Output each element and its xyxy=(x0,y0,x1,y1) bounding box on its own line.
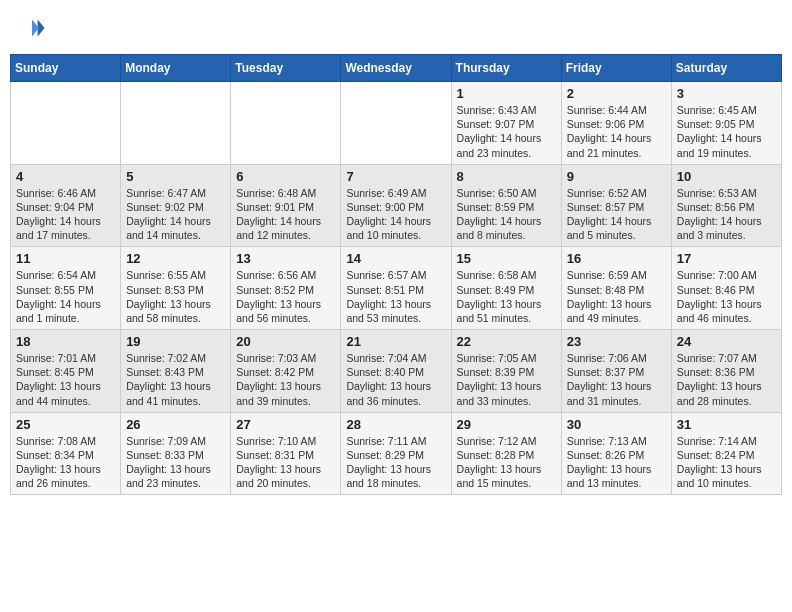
page-header xyxy=(10,10,782,46)
day-number: 25 xyxy=(16,417,115,432)
day-number: 28 xyxy=(346,417,445,432)
day-number: 18 xyxy=(16,334,115,349)
calendar-cell: 12Sunrise: 6:55 AM Sunset: 8:53 PM Dayli… xyxy=(121,247,231,330)
header-day: Sunday xyxy=(11,55,121,82)
calendar-cell: 18Sunrise: 7:01 AM Sunset: 8:45 PM Dayli… xyxy=(11,330,121,413)
day-number: 2 xyxy=(567,86,666,101)
cell-content: Sunrise: 6:50 AM Sunset: 8:59 PM Dayligh… xyxy=(457,186,556,243)
cell-content: Sunrise: 6:58 AM Sunset: 8:49 PM Dayligh… xyxy=(457,268,556,325)
day-number: 26 xyxy=(126,417,225,432)
calendar-cell: 20Sunrise: 7:03 AM Sunset: 8:42 PM Dayli… xyxy=(231,330,341,413)
day-number: 12 xyxy=(126,251,225,266)
logo xyxy=(18,14,48,42)
cell-content: Sunrise: 7:04 AM Sunset: 8:40 PM Dayligh… xyxy=(346,351,445,408)
calendar-cell: 27Sunrise: 7:10 AM Sunset: 8:31 PM Dayli… xyxy=(231,412,341,495)
cell-content: Sunrise: 6:55 AM Sunset: 8:53 PM Dayligh… xyxy=(126,268,225,325)
day-number: 9 xyxy=(567,169,666,184)
calendar-cell: 23Sunrise: 7:06 AM Sunset: 8:37 PM Dayli… xyxy=(561,330,671,413)
calendar-cell xyxy=(11,82,121,165)
header-day: Thursday xyxy=(451,55,561,82)
calendar-cell: 10Sunrise: 6:53 AM Sunset: 8:56 PM Dayli… xyxy=(671,164,781,247)
cell-content: Sunrise: 7:14 AM Sunset: 8:24 PM Dayligh… xyxy=(677,434,776,491)
cell-content: Sunrise: 6:53 AM Sunset: 8:56 PM Dayligh… xyxy=(677,186,776,243)
cell-content: Sunrise: 6:57 AM Sunset: 8:51 PM Dayligh… xyxy=(346,268,445,325)
day-number: 22 xyxy=(457,334,556,349)
calendar-cell: 2Sunrise: 6:44 AM Sunset: 9:06 PM Daylig… xyxy=(561,82,671,165)
cell-content: Sunrise: 6:46 AM Sunset: 9:04 PM Dayligh… xyxy=(16,186,115,243)
calendar-cell: 29Sunrise: 7:12 AM Sunset: 8:28 PM Dayli… xyxy=(451,412,561,495)
day-number: 30 xyxy=(567,417,666,432)
calendar-cell: 24Sunrise: 7:07 AM Sunset: 8:36 PM Dayli… xyxy=(671,330,781,413)
cell-content: Sunrise: 6:44 AM Sunset: 9:06 PM Dayligh… xyxy=(567,103,666,160)
cell-content: Sunrise: 6:49 AM Sunset: 9:00 PM Dayligh… xyxy=(346,186,445,243)
calendar-cell xyxy=(231,82,341,165)
calendar-cell: 17Sunrise: 7:00 AM Sunset: 8:46 PM Dayli… xyxy=(671,247,781,330)
cell-content: Sunrise: 6:47 AM Sunset: 9:02 PM Dayligh… xyxy=(126,186,225,243)
cell-content: Sunrise: 7:01 AM Sunset: 8:45 PM Dayligh… xyxy=(16,351,115,408)
cell-content: Sunrise: 7:07 AM Sunset: 8:36 PM Dayligh… xyxy=(677,351,776,408)
day-number: 7 xyxy=(346,169,445,184)
cell-content: Sunrise: 6:48 AM Sunset: 9:01 PM Dayligh… xyxy=(236,186,335,243)
calendar-cell: 16Sunrise: 6:59 AM Sunset: 8:48 PM Dayli… xyxy=(561,247,671,330)
calendar-week-row: 11Sunrise: 6:54 AM Sunset: 8:55 PM Dayli… xyxy=(11,247,782,330)
day-number: 19 xyxy=(126,334,225,349)
calendar-cell: 9Sunrise: 6:52 AM Sunset: 8:57 PM Daylig… xyxy=(561,164,671,247)
day-number: 17 xyxy=(677,251,776,266)
calendar-cell: 6Sunrise: 6:48 AM Sunset: 9:01 PM Daylig… xyxy=(231,164,341,247)
day-number: 20 xyxy=(236,334,335,349)
calendar-week-row: 18Sunrise: 7:01 AM Sunset: 8:45 PM Dayli… xyxy=(11,330,782,413)
day-number: 11 xyxy=(16,251,115,266)
cell-content: Sunrise: 7:10 AM Sunset: 8:31 PM Dayligh… xyxy=(236,434,335,491)
cell-content: Sunrise: 7:09 AM Sunset: 8:33 PM Dayligh… xyxy=(126,434,225,491)
day-number: 27 xyxy=(236,417,335,432)
cell-content: Sunrise: 6:43 AM Sunset: 9:07 PM Dayligh… xyxy=(457,103,556,160)
cell-content: Sunrise: 7:06 AM Sunset: 8:37 PM Dayligh… xyxy=(567,351,666,408)
calendar-cell: 19Sunrise: 7:02 AM Sunset: 8:43 PM Dayli… xyxy=(121,330,231,413)
cell-content: Sunrise: 6:54 AM Sunset: 8:55 PM Dayligh… xyxy=(16,268,115,325)
cell-content: Sunrise: 6:45 AM Sunset: 9:05 PM Dayligh… xyxy=(677,103,776,160)
calendar-cell xyxy=(121,82,231,165)
day-number: 4 xyxy=(16,169,115,184)
calendar-cell: 5Sunrise: 6:47 AM Sunset: 9:02 PM Daylig… xyxy=(121,164,231,247)
header-row: SundayMondayTuesdayWednesdayThursdayFrid… xyxy=(11,55,782,82)
day-number: 1 xyxy=(457,86,556,101)
day-number: 3 xyxy=(677,86,776,101)
calendar-cell xyxy=(341,82,451,165)
day-number: 10 xyxy=(677,169,776,184)
cell-content: Sunrise: 7:02 AM Sunset: 8:43 PM Dayligh… xyxy=(126,351,225,408)
logo-icon xyxy=(18,14,46,42)
header-day: Monday xyxy=(121,55,231,82)
cell-content: Sunrise: 7:00 AM Sunset: 8:46 PM Dayligh… xyxy=(677,268,776,325)
day-number: 15 xyxy=(457,251,556,266)
day-number: 31 xyxy=(677,417,776,432)
day-number: 29 xyxy=(457,417,556,432)
cell-content: Sunrise: 7:08 AM Sunset: 8:34 PM Dayligh… xyxy=(16,434,115,491)
cell-content: Sunrise: 6:52 AM Sunset: 8:57 PM Dayligh… xyxy=(567,186,666,243)
day-number: 13 xyxy=(236,251,335,266)
calendar-body: 1Sunrise: 6:43 AM Sunset: 9:07 PM Daylig… xyxy=(11,82,782,495)
cell-content: Sunrise: 7:13 AM Sunset: 8:26 PM Dayligh… xyxy=(567,434,666,491)
cell-content: Sunrise: 7:12 AM Sunset: 8:28 PM Dayligh… xyxy=(457,434,556,491)
calendar-cell: 15Sunrise: 6:58 AM Sunset: 8:49 PM Dayli… xyxy=(451,247,561,330)
calendar-week-row: 25Sunrise: 7:08 AM Sunset: 8:34 PM Dayli… xyxy=(11,412,782,495)
cell-content: Sunrise: 7:03 AM Sunset: 8:42 PM Dayligh… xyxy=(236,351,335,408)
calendar-cell: 25Sunrise: 7:08 AM Sunset: 8:34 PM Dayli… xyxy=(11,412,121,495)
calendar-table: SundayMondayTuesdayWednesdayThursdayFrid… xyxy=(10,54,782,495)
day-number: 8 xyxy=(457,169,556,184)
calendar-cell: 8Sunrise: 6:50 AM Sunset: 8:59 PM Daylig… xyxy=(451,164,561,247)
day-number: 14 xyxy=(346,251,445,266)
calendar-week-row: 1Sunrise: 6:43 AM Sunset: 9:07 PM Daylig… xyxy=(11,82,782,165)
calendar-cell: 13Sunrise: 6:56 AM Sunset: 8:52 PM Dayli… xyxy=(231,247,341,330)
calendar-cell: 1Sunrise: 6:43 AM Sunset: 9:07 PM Daylig… xyxy=(451,82,561,165)
day-number: 16 xyxy=(567,251,666,266)
header-day: Tuesday xyxy=(231,55,341,82)
header-day: Wednesday xyxy=(341,55,451,82)
day-number: 5 xyxy=(126,169,225,184)
day-number: 21 xyxy=(346,334,445,349)
header-day: Friday xyxy=(561,55,671,82)
cell-content: Sunrise: 7:11 AM Sunset: 8:29 PM Dayligh… xyxy=(346,434,445,491)
day-number: 6 xyxy=(236,169,335,184)
calendar-cell: 14Sunrise: 6:57 AM Sunset: 8:51 PM Dayli… xyxy=(341,247,451,330)
calendar-week-row: 4Sunrise: 6:46 AM Sunset: 9:04 PM Daylig… xyxy=(11,164,782,247)
calendar-cell: 28Sunrise: 7:11 AM Sunset: 8:29 PM Dayli… xyxy=(341,412,451,495)
